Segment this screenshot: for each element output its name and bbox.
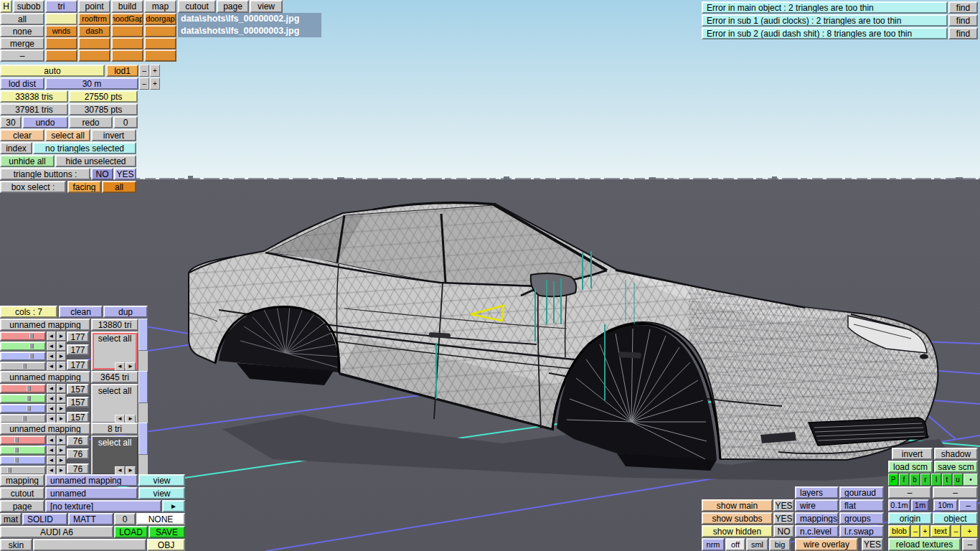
blue-slider-handle[interactable]: [29, 354, 34, 359]
mapping-next-button[interactable]: ►: [126, 362, 136, 371]
view-preset-l[interactable]: l: [931, 474, 941, 486]
lod-dist-minus-button[interactable]: –: [139, 77, 149, 90]
blob-button[interactable]: blob: [888, 525, 910, 537]
green-step-right[interactable]: ►: [57, 342, 66, 351]
green-slider[interactable]: [0, 446, 46, 455]
view-preset-p[interactable]: P: [888, 474, 898, 486]
blue-step-right[interactable]: ►: [57, 352, 66, 361]
obj-button[interactable]: OBJ: [147, 539, 185, 551]
show-main-button[interactable]: show main: [702, 499, 773, 512]
view-preset-f[interactable]: f: [899, 474, 909, 486]
red-value[interactable]: 177: [67, 331, 89, 342]
red-value[interactable]: 157: [67, 384, 89, 395]
invert-selection-button[interactable]: invert: [91, 129, 136, 141]
show-hidden-button[interactable]: show hidden: [702, 525, 773, 537]
wire-overlay-state[interactable]: YES: [862, 538, 883, 551]
bright-step-right[interactable]: ►: [57, 362, 66, 371]
tab-page[interactable]: page: [217, 0, 249, 13]
lod-dist-plus-button[interactable]: +: [150, 77, 160, 90]
load-button[interactable]: LOAD: [114, 526, 148, 538]
bright-slider-handle[interactable]: [7, 468, 11, 473]
lod-minus-button[interactable]: –: [139, 65, 149, 77]
model-name[interactable]: AUDI A6: [0, 526, 113, 538]
current-page-texture[interactable]: [no texture]: [45, 500, 161, 512]
blue-step-left[interactable]: ◄: [47, 456, 56, 465]
mat-solid-button[interactable]: SOLID: [22, 513, 67, 525]
lod-plus-button[interactable]: +: [150, 65, 160, 77]
reload-textures-button[interactable]: reload textures: [888, 538, 961, 551]
green-value[interactable]: 157: [67, 397, 89, 408]
load-scm-button[interactable]: load scm: [888, 461, 933, 473]
nrm-button[interactable]: nrm: [702, 538, 725, 551]
blue-value[interactable]: 157: [67, 412, 89, 423]
wire-overlay-button[interactable]: wire overlay: [795, 538, 858, 551]
text-plus-button[interactable]: +: [961, 525, 978, 537]
bright-slider-handle[interactable]: [22, 416, 27, 421]
grid-1m-button[interactable]: 1m: [911, 499, 929, 512]
select-all-tris-button[interactable]: select all: [45, 129, 90, 141]
red-step-left[interactable]: ◄: [47, 384, 56, 393]
hide-unselected-button[interactable]: hide unselected: [55, 155, 136, 167]
show-hidden-state[interactable]: NO: [773, 525, 794, 537]
cols-count-button[interactable]: cols : 7: [0, 306, 57, 318]
triangle-buttons-no[interactable]: NO: [91, 168, 113, 180]
lod-dist-value[interactable]: 30 m: [45, 77, 138, 90]
mapping-scrollbar-thumb[interactable]: [138, 423, 148, 455]
group-doorgap[interactable]: doorgap: [144, 13, 176, 25]
layers-button[interactable]: layers: [795, 486, 839, 499]
error-find-button[interactable]: find: [948, 14, 978, 27]
show-subobs-state[interactable]: YES: [773, 512, 794, 524]
green-step-right[interactable]: ►: [57, 394, 66, 403]
green-value[interactable]: 76: [67, 448, 89, 459]
grid-off-button[interactable]: –: [958, 499, 978, 512]
blue-step-right[interactable]: ►: [57, 404, 66, 413]
blue-value[interactable]: 177: [67, 359, 89, 370]
blue-step-right[interactable]: ►: [57, 456, 66, 465]
mapping-name[interactable]: unnamed mapping: [0, 371, 90, 383]
dup-button[interactable]: dup: [103, 306, 148, 318]
wire-button[interactable]: wire: [795, 499, 839, 512]
mat-matt-button[interactable]: MATT: [68, 513, 113, 525]
red-slider[interactable]: [0, 435, 46, 445]
page-mode-button[interactable]: page: [0, 500, 44, 512]
red-step-right[interactable]: ►: [57, 331, 66, 341]
current-mapping-name[interactable]: unnamed mapping: [45, 474, 138, 486]
bright-slider[interactable]: [0, 362, 46, 371]
blue-slider[interactable]: [0, 456, 46, 465]
nrm-off-button[interactable]: off: [725, 538, 745, 551]
mapping-prev-button[interactable]: ◄: [115, 362, 125, 371]
shadow-button[interactable]: shadow: [934, 448, 978, 460]
red-slider[interactable]: [0, 331, 46, 341]
tab-build[interactable]: build: [111, 0, 143, 13]
triangle-buttons-yes[interactable]: YES: [114, 168, 136, 180]
index-button[interactable]: index: [0, 142, 32, 154]
origin-button[interactable]: origin: [888, 512, 932, 524]
group-hoodgap[interactable]: hoodGap: [111, 13, 143, 25]
red-slider-handle[interactable]: [29, 334, 34, 339]
flat-button[interactable]: flat: [839, 499, 884, 512]
view-preset-t[interactable]: t: [942, 474, 952, 486]
mapping-view-button[interactable]: view: [138, 474, 185, 486]
reload-minus-button[interactable]: –: [962, 538, 978, 551]
green-value[interactable]: 177: [67, 344, 89, 355]
nrm-sml-button[interactable]: sml: [746, 538, 768, 551]
tab-map[interactable]: map: [144, 0, 176, 13]
blue-slider[interactable]: [0, 404, 46, 413]
group-dash[interactable]: dash: [78, 25, 110, 37]
view-preset-dot[interactable]: •: [963, 474, 978, 486]
save-scm-button[interactable]: save scm: [934, 461, 978, 473]
blob-minus-button[interactable]: –: [911, 525, 920, 537]
lod-auto-button[interactable]: auto: [0, 65, 105, 77]
spare-button[interactable]: –: [933, 486, 978, 499]
red-step-left[interactable]: ◄: [47, 331, 56, 341]
green-step-left[interactable]: ◄: [47, 446, 56, 455]
red-value[interactable]: 76: [67, 435, 89, 446]
green-slider-handle[interactable]: [27, 396, 31, 401]
bright-slider-handle[interactable]: [22, 364, 27, 369]
skin-button[interactable]: skin: [0, 539, 32, 551]
select-all-button[interactable]: all: [0, 13, 44, 25]
screenshot-file-item[interactable]: data\shots\lfs_00000003.jpg: [178, 25, 321, 37]
show-subobs-button[interactable]: show subobs: [702, 512, 773, 524]
grid-10m-button[interactable]: 10m: [933, 499, 958, 512]
select-none-button[interactable]: none: [0, 25, 44, 37]
